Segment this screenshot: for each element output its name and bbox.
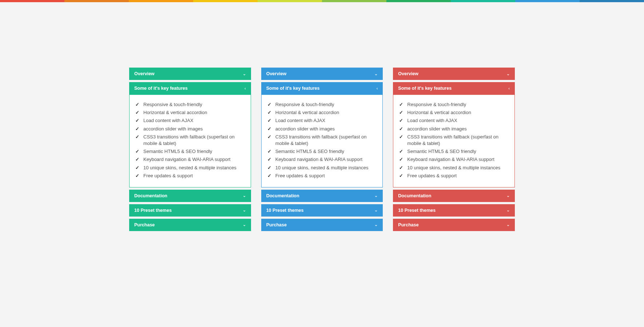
check-icon: ✓ (135, 101, 143, 108)
accordion-header-label: Some of it's key features (134, 86, 188, 91)
feature-text: Free updates & support (143, 173, 245, 179)
accordion-header-overview[interactable]: Overview⌄ (261, 68, 383, 80)
rainbow-segment (515, 0, 580, 2)
feature-text: Load content with AJAX (407, 117, 509, 124)
rainbow-segment (451, 0, 515, 2)
accordion-body-features: ✓Responsive & touch-friendly✓Horizontal … (393, 94, 515, 187)
rainbow-segment (386, 0, 451, 2)
accordion-item-features: Some of it's key features‹✓Responsive & … (261, 82, 383, 187)
feature-list-item: ✓10 unique skins, nested & multiple inst… (267, 165, 377, 171)
check-icon: ✓ (399, 134, 407, 140)
feature-text: Responsive & touch-friendly (407, 101, 509, 108)
accordion-header-label: Overview (266, 71, 287, 76)
accordion-header-label: Overview (398, 71, 418, 76)
accordion-header-purchase[interactable]: Purchase⌄ (129, 219, 251, 231)
chevron-down-icon: ⌄ (506, 222, 510, 227)
rainbow-segment (322, 0, 386, 2)
feature-text: Semantic HTML5 & SEO friendly (407, 148, 509, 155)
feature-list-item: ✓Semantic HTML5 & SEO friendly (135, 148, 245, 155)
check-icon: ✓ (399, 156, 407, 163)
feature-text: Semantic HTML5 & SEO friendly (143, 148, 245, 155)
accordion-item-purchase: Purchase⌄ (129, 219, 251, 231)
check-icon: ✓ (267, 101, 275, 108)
accordion-header-label: Purchase (398, 222, 418, 227)
accordion-header-features[interactable]: Some of it's key features‹ (261, 82, 383, 94)
rainbow-segment (64, 0, 129, 2)
accordion-header-documentation[interactable]: Documentation⌄ (261, 190, 383, 202)
accordion-item-themes: 10 Preset themes⌄ (129, 204, 251, 217)
check-icon: ✓ (267, 173, 275, 179)
feature-list-item: ✓Semantic HTML5 & SEO friendly (399, 148, 509, 155)
check-icon: ✓ (399, 117, 407, 124)
feature-list-item: ✓Responsive & touch-friendly (399, 101, 509, 108)
feature-text: Free updates & support (407, 173, 509, 179)
chevron-down-icon: ⌄ (506, 193, 510, 198)
chevron-down-icon: ⌄ (374, 208, 378, 213)
check-icon: ✓ (267, 165, 275, 171)
accordion-item-documentation: Documentation⌄ (393, 190, 515, 202)
chevron-down-icon: ⌄ (374, 193, 378, 198)
feature-text: Semantic HTML5 & SEO friendly (275, 148, 377, 155)
rainbow-segment (193, 0, 258, 2)
check-icon: ✓ (135, 126, 143, 132)
feature-list-item: ✓Keyboard navigation & WAI-ARIA support (267, 156, 377, 163)
check-icon: ✓ (267, 117, 275, 124)
chevron-down-icon: ⌄ (243, 222, 246, 227)
accordion-header-features[interactable]: Some of it's key features‹ (393, 82, 515, 94)
accordion-header-purchase[interactable]: Purchase⌄ (393, 219, 515, 231)
accordion-item-features: Some of it's key features‹✓Responsive & … (393, 82, 515, 187)
check-icon: ✓ (267, 156, 275, 163)
chevron-down-icon: ⌄ (243, 193, 246, 198)
check-icon: ✓ (135, 165, 143, 171)
feature-text: Load content with AJAX (143, 117, 245, 124)
feature-text: 10 unique skins, nested & multiple insta… (143, 165, 245, 171)
accordion-column-blue: Overview⌄Some of it's key features‹✓Resp… (261, 68, 383, 233)
feature-text: 10 unique skins, nested & multiple insta… (275, 165, 377, 171)
feature-text: accordion slider with images (143, 126, 245, 132)
chevron-down-icon: ⌄ (243, 208, 246, 213)
check-icon: ✓ (399, 109, 407, 116)
accordion-item-themes: 10 Preset themes⌄ (261, 204, 383, 217)
feature-text: Keyboard navigation & WAI-ARIA support (407, 156, 509, 163)
accordion-column-green: Overview⌄Some of it's key features‹✓Resp… (129, 68, 251, 233)
accordion-item-overview: Overview⌄ (261, 68, 383, 80)
accordion-header-themes[interactable]: 10 Preset themes⌄ (393, 204, 515, 217)
chevron-left-icon: ‹ (245, 86, 246, 90)
check-icon: ✓ (399, 173, 407, 179)
chevron-down-icon: ⌄ (374, 222, 378, 227)
accordion-header-label: Purchase (266, 222, 287, 227)
feature-list-item: ✓Horizontal & vertical accordion (399, 109, 509, 116)
feature-text: Responsive & touch-friendly (143, 101, 245, 108)
check-icon: ✓ (399, 126, 407, 132)
check-icon: ✓ (399, 148, 407, 155)
feature-text: Keyboard navigation & WAI-ARIA support (143, 156, 245, 163)
check-icon: ✓ (135, 173, 143, 179)
accordion-header-purchase[interactable]: Purchase⌄ (261, 219, 383, 231)
accordion-header-label: 10 Preset themes (398, 208, 436, 213)
accordion-header-label: Overview (134, 71, 155, 76)
accordion-header-documentation[interactable]: Documentation⌄ (393, 190, 515, 202)
accordion-header-overview[interactable]: Overview⌄ (129, 68, 251, 80)
feature-list-item: ✓CSS3 transitions with fallback (superfa… (135, 134, 245, 147)
check-icon: ✓ (267, 134, 275, 140)
accordion-header-label: Purchase (134, 222, 155, 227)
feature-list-item: ✓Responsive & touch-friendly (267, 101, 377, 108)
accordion-header-label: 10 Preset themes (134, 208, 172, 213)
chevron-left-icon: ‹ (508, 86, 510, 90)
accordion-header-themes[interactable]: 10 Preset themes⌄ (129, 204, 251, 217)
check-icon: ✓ (267, 126, 275, 132)
accordion-header-documentation[interactable]: Documentation⌄ (129, 190, 251, 202)
check-icon: ✓ (267, 109, 275, 116)
check-icon: ✓ (267, 148, 275, 155)
feature-list-item: ✓Load content with AJAX (135, 117, 245, 124)
feature-list-item: ✓accordion slider with images (399, 126, 509, 132)
accordion-header-overview[interactable]: Overview⌄ (393, 68, 515, 80)
accordion-item-overview: Overview⌄ (393, 68, 515, 80)
accordion-header-themes[interactable]: 10 Preset themes⌄ (261, 204, 383, 217)
accordion-header-features[interactable]: Some of it's key features‹ (129, 82, 251, 94)
accordion-item-overview: Overview⌄ (129, 68, 251, 80)
feature-text: CSS3 transitions with fallback (superfas… (275, 134, 377, 147)
accordion-columns-wrap: Overview⌄Some of it's key features‹✓Resp… (129, 2, 515, 233)
check-icon: ✓ (135, 148, 143, 155)
accordion-header-label: Documentation (266, 193, 299, 198)
